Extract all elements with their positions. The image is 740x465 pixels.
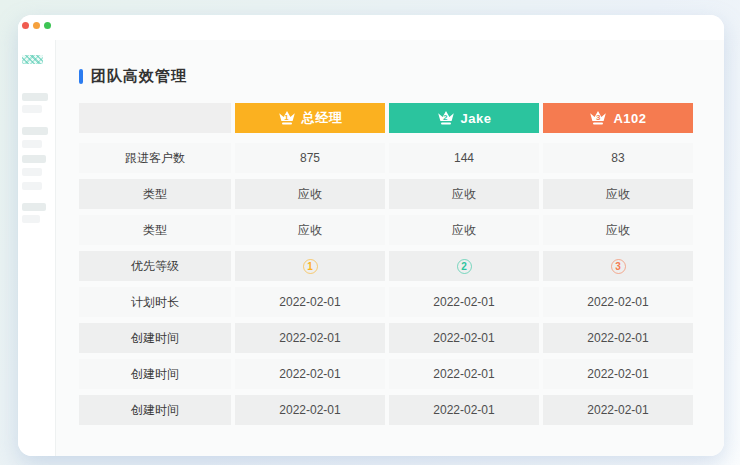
table-cell: 应收 bbox=[235, 215, 385, 245]
crown-rank-number: 2 bbox=[437, 114, 455, 122]
row-label: 计划时长 bbox=[79, 287, 231, 317]
table-corner-cell bbox=[79, 103, 231, 133]
column-header-3[interactable]: 3A102 bbox=[543, 103, 693, 133]
row-label: 类型 bbox=[79, 215, 231, 245]
window-close-button[interactable] bbox=[22, 22, 29, 29]
table-row: 创建时间2022-02-012022-02-012022-02-01 bbox=[79, 323, 693, 353]
page-title: 团队高效管理 bbox=[79, 67, 187, 86]
table-cell: 2022-02-01 bbox=[543, 395, 693, 425]
table-cell: 2022-02-01 bbox=[389, 395, 539, 425]
table-row: 类型应收应收应收 bbox=[79, 215, 693, 245]
table-cell: 2022-02-01 bbox=[389, 359, 539, 389]
sidebar-logo-icon bbox=[22, 55, 43, 64]
title-accent-bar bbox=[79, 69, 83, 84]
priority-rank-badge: 2 bbox=[457, 259, 472, 274]
column-header-2[interactable]: 2Jake bbox=[389, 103, 539, 133]
priority-rank-badge: 3 bbox=[611, 259, 626, 274]
priority-rank-badge: 1 bbox=[303, 259, 318, 274]
window-minimize-button[interactable] bbox=[33, 22, 40, 29]
table-cell: 3 bbox=[543, 251, 693, 281]
sidebar-placeholder-bar bbox=[22, 93, 48, 101]
table-cell: 应收 bbox=[235, 179, 385, 209]
window-zoom-button[interactable] bbox=[44, 22, 51, 29]
table-cell: 应收 bbox=[543, 215, 693, 245]
desktop-background: { "window": { "traffic_lights": [ { "nam… bbox=[0, 0, 740, 465]
table-cell: 2022-02-01 bbox=[389, 323, 539, 353]
table-cell: 2022-02-01 bbox=[235, 395, 385, 425]
crown-icon: 1 bbox=[278, 110, 296, 126]
crown-rank-number: 3 bbox=[589, 114, 607, 122]
sidebar-placeholder-bar bbox=[22, 140, 42, 148]
sidebar-placeholder-bar bbox=[22, 168, 42, 176]
app-window: 团队高效管理 1总经理2Jake3A102 跟进客户数87514483类型应收应… bbox=[18, 15, 724, 456]
table-row: 优先等级123 bbox=[79, 251, 693, 281]
team-table: 1总经理2Jake3A102 跟进客户数87514483类型应收应收应收类型应收… bbox=[79, 103, 693, 431]
table-header-row: 1总经理2Jake3A102 bbox=[79, 103, 693, 133]
row-label: 类型 bbox=[79, 179, 231, 209]
sidebar-placeholder-bar bbox=[22, 215, 40, 223]
table-row: 跟进客户数87514483 bbox=[79, 143, 693, 173]
table-cell: 2022-02-01 bbox=[235, 359, 385, 389]
table-cell: 应收 bbox=[543, 179, 693, 209]
table-cell: 应收 bbox=[389, 179, 539, 209]
crown-rank-number: 1 bbox=[278, 114, 296, 122]
table-row: 类型应收应收应收 bbox=[79, 179, 693, 209]
table-cell: 2022-02-01 bbox=[235, 287, 385, 317]
row-label: 跟进客户数 bbox=[79, 143, 231, 173]
table-cell: 2022-02-01 bbox=[543, 323, 693, 353]
table-row: 计划时长2022-02-012022-02-012022-02-01 bbox=[79, 287, 693, 317]
table-cell: 2022-02-01 bbox=[235, 323, 385, 353]
column-header-label: Jake bbox=[461, 111, 492, 126]
window-titlebar bbox=[18, 15, 724, 40]
sidebar bbox=[18, 40, 55, 456]
table-cell: 1 bbox=[235, 251, 385, 281]
table-body: 跟进客户数87514483类型应收应收应收类型应收应收应收优先等级123计划时长… bbox=[79, 143, 693, 425]
main-content: 团队高效管理 1总经理2Jake3A102 跟进客户数87514483类型应收应… bbox=[55, 40, 724, 456]
table-cell: 2022-02-01 bbox=[543, 359, 693, 389]
table-cell: 2 bbox=[389, 251, 539, 281]
crown-icon: 3 bbox=[589, 110, 607, 126]
table-cell: 83 bbox=[543, 143, 693, 173]
crown-icon: 2 bbox=[437, 110, 455, 126]
sidebar-placeholder-bar bbox=[22, 182, 42, 190]
sidebar-placeholder-bar bbox=[22, 155, 46, 163]
table-row: 创建时间2022-02-012022-02-012022-02-01 bbox=[79, 395, 693, 425]
page-title-text: 团队高效管理 bbox=[91, 67, 187, 86]
column-header-label: 总经理 bbox=[302, 109, 343, 127]
column-header-1[interactable]: 1总经理 bbox=[235, 103, 385, 133]
table-cell: 144 bbox=[389, 143, 539, 173]
table-row: 创建时间2022-02-012022-02-012022-02-01 bbox=[79, 359, 693, 389]
table-cell: 2022-02-01 bbox=[543, 287, 693, 317]
row-label: 创建时间 bbox=[79, 359, 231, 389]
sidebar-placeholder-bar bbox=[22, 203, 46, 211]
table-cell: 应收 bbox=[389, 215, 539, 245]
column-header-label: A102 bbox=[613, 111, 646, 126]
row-label: 创建时间 bbox=[79, 323, 231, 353]
row-label: 优先等级 bbox=[79, 251, 231, 281]
table-cell: 875 bbox=[235, 143, 385, 173]
sidebar-placeholder-bar bbox=[22, 127, 48, 135]
sidebar-placeholder-bar bbox=[22, 105, 42, 113]
table-cell: 2022-02-01 bbox=[389, 287, 539, 317]
row-label: 创建时间 bbox=[79, 395, 231, 425]
